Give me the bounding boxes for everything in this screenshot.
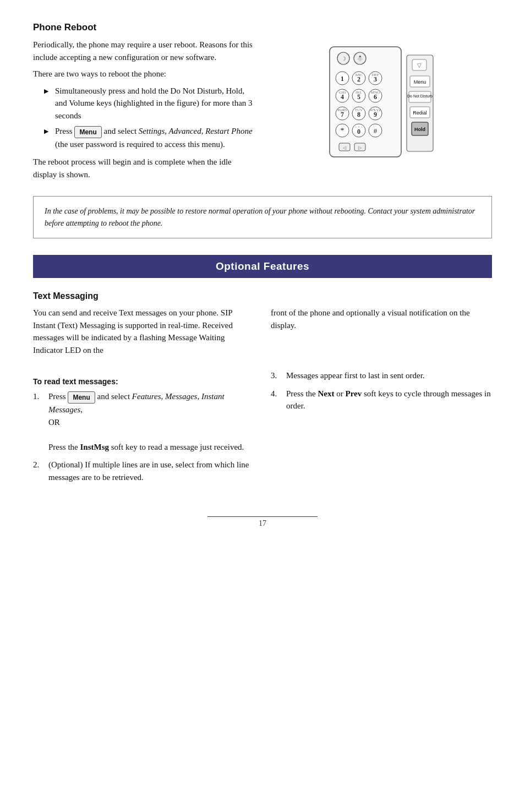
svg-text:*: *: [340, 127, 344, 135]
step4-post: soft keys to cycle through messages in o…: [286, 389, 491, 411]
info-box: In the case of problems, it may be possi…: [33, 196, 492, 238]
page-footer: 17: [33, 516, 492, 528]
step-3: 3. Messages appear first to last in sent…: [271, 369, 492, 382]
to-read-label: To read text messages:: [33, 377, 254, 386]
svg-text:5: 5: [357, 93, 360, 101]
step3-text: Messages appear first to last in sent or…: [286, 371, 425, 380]
svg-text:⛄: ⛄: [357, 55, 364, 62]
step-2: 2. (Optional) If multiple lines are in u…: [33, 459, 254, 483]
reboot-bullet-1: Simultaneously press and hold the Do Not…: [44, 85, 253, 122]
svg-text:Redial: Redial: [413, 110, 427, 116]
text-messaging-heading: Text Messaging: [33, 291, 492, 301]
svg-text:Menu: Menu: [414, 79, 426, 85]
phone-reboot-text: Periodically, the phone may require a us…: [33, 39, 253, 185]
svg-text:Hold: Hold: [414, 127, 425, 132]
svg-text:9: 9: [374, 111, 377, 118]
text-messaging-section: Text Messaging You can send and receive …: [33, 291, 492, 483]
step1-instmsg-rest: soft key to read a message just received…: [111, 443, 244, 451]
svg-text:1: 1: [341, 75, 344, 83]
svg-text:3: 3: [374, 75, 377, 83]
text-msg-left-para: You can send and receive Text messages o…: [33, 307, 254, 356]
svg-text:2: 2: [357, 75, 360, 83]
step4-pre: Press the: [286, 389, 316, 398]
step1-instmsg-bold: InstMsg: [80, 443, 110, 451]
phone-reboot-content: Periodically, the phone may require a us…: [33, 39, 492, 185]
step2-text: (Optional) If multiple lines are in use,…: [48, 460, 249, 482]
reboot-bullet-2: Press Menu and select Settings, Advanced…: [44, 125, 253, 150]
svg-text:◁: ◁: [343, 145, 347, 150]
svg-text:☽: ☽: [341, 56, 346, 62]
info-box-text: In the case of problems, it may be possi…: [45, 207, 475, 227]
svg-text:0: 0: [357, 128, 360, 135]
step-1: 1. Press Menu and select Features, Messa…: [33, 390, 254, 453]
svg-text:▽: ▽: [417, 62, 422, 68]
phone-diagram-col: ☽ ⛄ 1 ABC 2 DEF 3 GHI 4 JKL: [272, 39, 492, 165]
svg-text:▷: ▷: [358, 145, 362, 150]
step1-press: Press: [48, 392, 66, 401]
svg-text:8: 8: [357, 111, 360, 118]
text-msg-right-para: front of the phone and optionally a visu…: [271, 307, 492, 331]
text-messaging-right: front of the phone and optionally a visu…: [271, 307, 492, 361]
read-steps-list-right: 3. Messages appear first to last in sent…: [271, 369, 492, 412]
phone-diagram: ☽ ⛄ 1 ABC 2 DEF 3 GHI 4 JKL: [327, 44, 437, 165]
step4-prev: Prev: [346, 389, 362, 398]
text-messaging-steps-container: To read text messages: 1. Press Menu and…: [33, 369, 492, 483]
step1-or: OR: [48, 418, 60, 427]
text-messaging-steps-right: 3. Messages appear first to last in sent…: [271, 369, 492, 483]
reboot-para3: The reboot process will begin and is com…: [33, 156, 253, 181]
press-label: Press: [55, 127, 73, 135]
optional-features-heading: Optional Features: [33, 260, 492, 273]
settings-path: Settings, Advanced, Restart Phone: [139, 127, 253, 135]
svg-text:Do Not Disturb: Do Not Disturb: [407, 94, 433, 98]
reboot-para2: There are two ways to reboot the phone:: [33, 68, 253, 80]
svg-text:6: 6: [374, 93, 377, 101]
text-messaging-steps-left: To read text messages: 1. Press Menu and…: [33, 369, 254, 483]
phone-reboot-section: Phone Reboot Periodically, the phone may…: [33, 22, 492, 238]
page-number: 17: [259, 519, 266, 527]
step-4: 4. Press the Next or Prev soft keys to c…: [271, 388, 492, 412]
step4-next: Next: [318, 389, 335, 398]
menu-button[interactable]: Menu: [74, 126, 101, 138]
step1-instmsg-pre: Press the: [48, 443, 78, 451]
text-messaging-intro: You can send and receive Text messages o…: [33, 307, 492, 361]
text-messaging-left: You can send and receive Text messages o…: [33, 307, 254, 361]
read-steps-list: 1. Press Menu and select Features, Messa…: [33, 390, 254, 483]
step4-or: or: [336, 389, 345, 398]
svg-text:#: #: [374, 127, 378, 135]
reboot-bullet-list: Simultaneously press and hold the Do Not…: [44, 85, 253, 151]
reboot-para1: Periodically, the phone may require a us…: [33, 39, 253, 63]
footer-divider: [207, 516, 318, 517]
phone-reboot-heading: Phone Reboot: [33, 22, 492, 33]
step1-menu-button[interactable]: Menu: [68, 391, 95, 404]
svg-text:7: 7: [341, 111, 344, 118]
svg-text:4: 4: [341, 93, 344, 101]
optional-features-banner: Optional Features: [33, 255, 492, 278]
